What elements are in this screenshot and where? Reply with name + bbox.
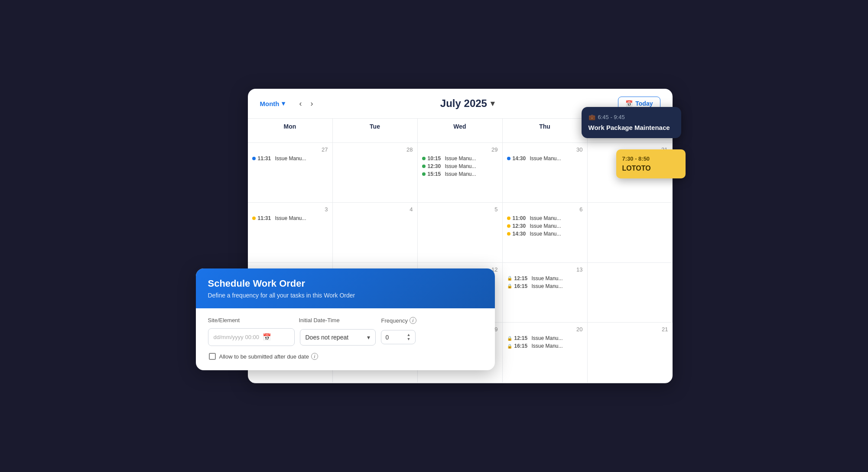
event-item[interactable]: 11:31 Issue Manu... (252, 215, 328, 221)
wp-title: Work Package Maintenace (588, 124, 674, 131)
spinner-controls: ▲ ▼ (407, 333, 411, 341)
event-item[interactable]: 🔒 16:15 Issue Manu... (507, 343, 583, 349)
day-number: 4 (337, 206, 413, 213)
wp-time: 💼 6:45 - 9:45 (588, 114, 674, 120)
day-number: 30 (507, 146, 583, 153)
month-title: July 2025 ▾ (322, 97, 613, 110)
day-number: 6 (507, 206, 583, 213)
repeat-select[interactable]: Does not repeat ▾ (300, 329, 376, 346)
event-item[interactable]: 12:30 Issue Manu... (507, 223, 583, 229)
day-number: 20 (507, 326, 583, 333)
day-number: 13 (507, 266, 583, 273)
calendar-icon: 📅 (625, 100, 633, 107)
allow-late-checkbox-row[interactable]: Allow to be submitted after due date i (208, 353, 483, 360)
day-number: 27 (252, 146, 328, 153)
day-header-mon: Mon (248, 119, 333, 143)
spinner-down-button[interactable]: ▼ (407, 337, 411, 341)
frequency-info-icon[interactable]: i (410, 317, 416, 324)
event-item[interactable]: 🔒 12:15 Issue Manu... (507, 335, 583, 341)
today-label: Today (635, 100, 653, 107)
repeat-value: Does not repeat (306, 334, 349, 341)
day-cell[interactable]: 29 10:15 Issue Manu... 12:30 Issue Manu.… (418, 143, 503, 203)
lock-icon: 🔒 (507, 276, 512, 281)
site-element-label: Site/Element (208, 317, 299, 324)
briefcase-icon: 💼 (588, 114, 595, 120)
event-item[interactable]: 11:31 Issue Manu... (252, 155, 328, 162)
day-cell[interactable] (588, 203, 673, 263)
frequency-label: Frequency i (381, 317, 416, 324)
dot-icon (507, 224, 510, 228)
frequency-spinner[interactable]: 0 ▲ ▼ (381, 330, 416, 344)
event-item[interactable]: 🔒 16:15 Issue Manu... (507, 283, 583, 289)
day-header-tue: Tue (333, 119, 418, 143)
dialog-title: Schedule Work Order (208, 278, 483, 289)
dot-icon (507, 157, 510, 160)
day-number: 5 (422, 206, 498, 213)
dot-icon (422, 157, 426, 160)
prev-month-button[interactable]: ‹ (296, 97, 305, 110)
day-cell[interactable]: 3 11:31 Issue Manu... (248, 203, 333, 263)
dialog-fields: dd/mm/yyyy 00:00 📅 Does not repeat ▾ 0 ▲… (208, 328, 483, 346)
day-cell[interactable]: 20 🔒 12:15 Issue Manu... 🔒 16:15 Issue M… (503, 323, 588, 383)
dot-icon (422, 165, 426, 168)
event-item[interactable]: 14:30 Issue Manu... (507, 155, 583, 162)
lototo-card: 7:30 - 8:50 LOTOTO (616, 149, 686, 178)
lock-icon: 🔒 (507, 344, 512, 349)
date-time-field[interactable]: dd/mm/yyyy 00:00 📅 (208, 328, 295, 346)
allow-late-checkbox[interactable] (209, 353, 216, 360)
day-cell[interactable]: 21 (588, 323, 673, 383)
day-cell[interactable]: 5 (418, 203, 503, 263)
day-number: 29 (422, 146, 498, 153)
day-number: 28 (337, 146, 413, 153)
lototo-time: 7:30 - 8:50 (622, 155, 679, 162)
day-cell[interactable] (588, 263, 673, 323)
event-item[interactable]: 15:15 Issue Manu... (422, 171, 498, 177)
date-placeholder: dd/mm/yyyy 00:00 (214, 334, 260, 340)
dot-icon (507, 232, 510, 236)
allow-late-label: Allow to be submitted after due date i (219, 353, 318, 360)
lock-icon: 🔒 (507, 336, 512, 341)
chevron-down-icon: ▾ (282, 100, 285, 107)
event-item[interactable]: 10:15 Issue Manu... (422, 155, 498, 162)
event-item[interactable]: 12:30 Issue Manu... (422, 163, 498, 169)
day-number: 3 (252, 206, 328, 213)
allow-late-info-icon[interactable]: i (311, 353, 318, 360)
frequency-value: 0 (386, 334, 389, 341)
dialog-subtitle: Define a frequency for all your tasks in… (208, 292, 483, 299)
month-year-text: July 2025 (440, 97, 487, 110)
dot-icon (252, 217, 256, 220)
day-cell[interactable]: 6 11:00 Issue Manu... 12:30 Issue Manu..… (503, 203, 588, 263)
event-item[interactable]: 11:00 Issue Manu... (507, 215, 583, 221)
dialog-header: Schedule Work Order Define a frequency f… (196, 268, 495, 308)
schedule-work-order-dialog: Schedule Work Order Define a frequency f… (196, 268, 495, 370)
lototo-title: LOTOTO (622, 165, 679, 172)
lock-icon: 🔒 (507, 284, 512, 288)
dot-icon (422, 172, 426, 176)
day-cell[interactable]: 13 🔒 12:15 Issue Manu... 🔒 16:15 Issue M… (503, 263, 588, 323)
day-cell[interactable]: 28 (333, 143, 418, 203)
day-header-wed: Wed (418, 119, 503, 143)
dot-icon (252, 157, 256, 160)
day-header-thu: Thu (503, 119, 588, 143)
day-number: 21 (592, 326, 668, 333)
nav-arrows: ‹ › (296, 97, 316, 110)
event-item[interactable]: 🔒 12:15 Issue Manu... (507, 275, 583, 281)
initial-datetime-label: Initial Date-Time (299, 317, 381, 324)
day-cell[interactable]: 27 11:31 Issue Manu... (248, 143, 333, 203)
spinner-up-button[interactable]: ▲ (407, 333, 411, 337)
month-view-selector[interactable]: Month ▾ (260, 100, 286, 107)
day-cell[interactable]: 4 (333, 203, 418, 263)
month-dropdown-icon[interactable]: ▾ (491, 99, 494, 108)
calendar-picker-icon[interactable]: 📅 (263, 333, 271, 341)
main-container: Month ▾ ‹ › July 2025 ▾ 📅 Today Mon Tue … (196, 89, 673, 383)
day-cell[interactable]: 30 14:30 Issue Manu... (503, 143, 588, 203)
work-package-card: 💼 6:45 - 9:45 Work Package Maintenace (582, 107, 681, 138)
field-labels: Site/Element Initial Date-Time Frequency… (208, 317, 483, 324)
event-item[interactable]: 14:30 Issue Manu... (507, 231, 583, 237)
month-label: Month (260, 100, 280, 107)
dialog-body: Site/Element Initial Date-Time Frequency… (196, 308, 495, 370)
chevron-down-icon: ▾ (367, 334, 370, 341)
next-month-button[interactable]: › (307, 97, 316, 110)
dot-icon (507, 217, 510, 220)
